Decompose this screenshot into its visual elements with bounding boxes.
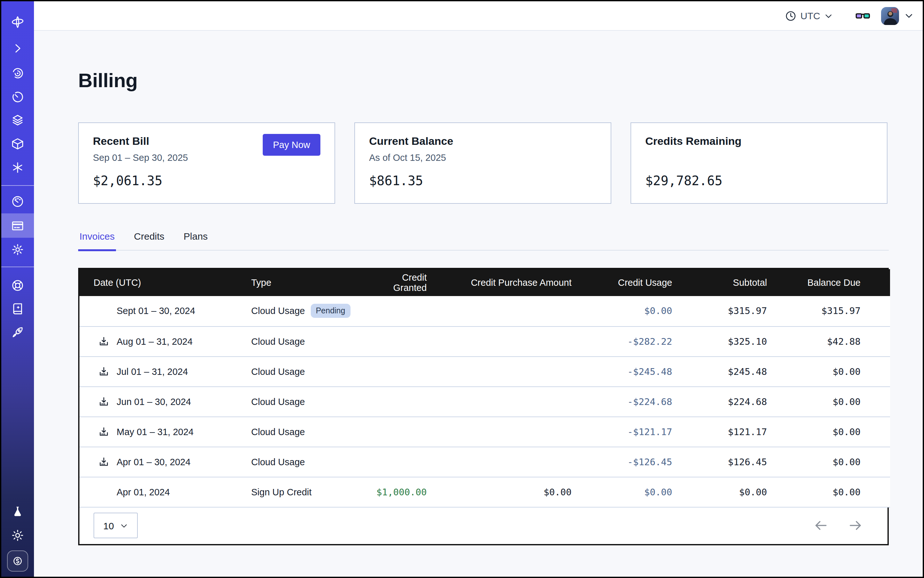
screenshot-root: UTC Billing bbox=[0, 0, 924, 578]
credit-granted-value bbox=[363, 326, 438, 356]
credit-granted-value bbox=[363, 417, 438, 446]
timezone-label: UTC bbox=[801, 10, 820, 21]
sidebar bbox=[1, 1, 34, 577]
dollar-badge-icon[interactable] bbox=[7, 550, 28, 572]
card-title: Credits Remaining bbox=[645, 135, 873, 148]
table-row: Apr 01, 2024Sign Up Credit$1,000.00$0.00… bbox=[80, 477, 890, 507]
subtotal-value: $126.45 bbox=[684, 446, 779, 477]
app-window: UTC Billing bbox=[0, 0, 924, 578]
credit-purchase-value bbox=[438, 386, 583, 417]
table-row: Aug 01 – 31, 2024Cloud Usage-$282.22$325… bbox=[80, 326, 890, 356]
column-header-balance-due: Balance Due bbox=[779, 269, 890, 296]
invoice-type: Sign Up Credit bbox=[251, 487, 312, 497]
credit-purchase-value bbox=[438, 446, 583, 477]
main-content: Billing Recent Bill Sep 01 – Sep 30, 202… bbox=[78, 31, 889, 545]
credit-usage-value: -$245.48 bbox=[583, 356, 684, 386]
credit-granted-value bbox=[363, 356, 438, 386]
download-invoice-icon[interactable] bbox=[98, 336, 110, 347]
download-invoice-icon[interactable] bbox=[98, 456, 110, 468]
credit-purchase-value bbox=[438, 296, 583, 326]
credit-granted-value bbox=[363, 446, 438, 477]
table-header: Date (UTC) Type Credit Granted Credit Pu… bbox=[80, 269, 890, 296]
credit-usage-value: -$121.17 bbox=[583, 417, 684, 446]
pay-now-button[interactable]: Pay Now bbox=[263, 134, 320, 156]
credit-usage-value: -$224.68 bbox=[583, 386, 684, 417]
card-amount: $861.35 bbox=[369, 173, 596, 188]
rocket-icon[interactable] bbox=[1, 320, 34, 344]
column-header-credit-usage: Credit Usage bbox=[583, 269, 684, 296]
chevron-down-icon[interactable] bbox=[904, 11, 914, 21]
balance-due-value: $0.00 bbox=[779, 356, 890, 386]
credits-remaining-card: Credits Remaining $29,782.65 bbox=[630, 122, 887, 204]
balance-due-value: $0.00 bbox=[779, 386, 890, 417]
subtotal-value: $121.17 bbox=[684, 417, 779, 446]
column-header-credit-granted: Credit Granted bbox=[363, 269, 438, 296]
sidebar-divider bbox=[1, 266, 34, 267]
asterisk-icon[interactable] bbox=[1, 155, 34, 179]
download-invoice-icon[interactable] bbox=[98, 396, 110, 407]
chevron-down-icon bbox=[120, 521, 128, 529]
page-title: Billing bbox=[78, 69, 889, 92]
layers-icon[interactable] bbox=[1, 108, 34, 132]
credit-purchase-value bbox=[438, 356, 583, 386]
recent-bill-card: Recent Bill Sep 01 – Sep 30, 2025 $2,061… bbox=[78, 122, 335, 204]
invoice-type: Cloud Usage bbox=[251, 306, 305, 316]
card-subtitle: As of Oct 15, 2025 bbox=[369, 153, 596, 163]
balance-due-value: $0.00 bbox=[779, 417, 890, 446]
timezone-selector[interactable]: UTC bbox=[785, 10, 833, 21]
invoice-type: Cloud Usage bbox=[251, 366, 305, 377]
subtotal-value: $0.00 bbox=[684, 477, 779, 507]
subtotal-value: $245.48 bbox=[684, 356, 779, 386]
subtotal-value: $224.68 bbox=[684, 386, 779, 417]
credit-granted-value: $1,000.00 bbox=[363, 477, 438, 507]
invoice-type: Cloud Usage bbox=[251, 336, 305, 346]
gear-icon[interactable] bbox=[1, 237, 34, 261]
timer-icon[interactable] bbox=[1, 84, 34, 109]
invoice-date: Aug 01 – 31, 2024 bbox=[117, 336, 193, 346]
page-size-select[interactable]: 10 bbox=[94, 513, 138, 538]
status-badge: Pending bbox=[311, 304, 351, 318]
flask-icon[interactable] bbox=[1, 499, 34, 524]
cube-icon[interactable] bbox=[1, 132, 34, 156]
sidebar-item-billing[interactable] bbox=[1, 213, 34, 238]
invoice-type: Cloud Usage bbox=[251, 427, 305, 437]
download-invoice-icon[interactable] bbox=[98, 426, 110, 437]
credit-purchase-value bbox=[438, 326, 583, 356]
orbit-logo-icon[interactable] bbox=[1, 10, 34, 34]
credit-usage-value: $0.00 bbox=[583, 477, 684, 507]
topbar: UTC bbox=[34, 1, 923, 31]
card-amount: $2,061.35 bbox=[93, 173, 320, 188]
glasses-icon[interactable] bbox=[855, 8, 871, 24]
gauge-icon[interactable] bbox=[1, 189, 34, 213]
invoice-date: Apr 01, 2024 bbox=[117, 487, 170, 497]
table-row: Jul 01 – 31, 2024Cloud Usage-$245.48$245… bbox=[80, 356, 890, 386]
pagination-bar: 10 bbox=[80, 507, 887, 544]
tab-credits[interactable]: Credits bbox=[133, 231, 166, 250]
credit-purchase-value: $0.00 bbox=[438, 477, 583, 507]
balance-due-value: $0.00 bbox=[779, 446, 890, 477]
spiral-icon[interactable] bbox=[1, 61, 34, 85]
invoice-date: Sept 01 – 30, 2024 bbox=[117, 306, 195, 316]
next-page-button[interactable] bbox=[848, 518, 863, 533]
column-header-type: Type bbox=[240, 269, 363, 296]
table-row: Jun 01 – 30, 2024Cloud Usage-$224.68$224… bbox=[80, 386, 890, 417]
column-header-date: Date (UTC) bbox=[80, 269, 240, 296]
tab-plans[interactable]: Plans bbox=[182, 231, 209, 250]
helm-icon[interactable] bbox=[1, 273, 34, 297]
summary-cards: Recent Bill Sep 01 – Sep 30, 2025 $2,061… bbox=[78, 122, 889, 204]
book-sparkle-icon[interactable] bbox=[1, 296, 34, 320]
sun-icon[interactable] bbox=[1, 523, 34, 547]
balance-due-value: $315.97 bbox=[779, 296, 890, 326]
credit-usage-value: -$126.45 bbox=[583, 446, 684, 477]
previous-page-button[interactable] bbox=[813, 518, 828, 533]
avatar[interactable] bbox=[881, 7, 899, 25]
invoice-date: Jul 01 – 31, 2024 bbox=[117, 366, 188, 377]
chevron-right-icon[interactable] bbox=[1, 36, 34, 60]
download-invoice-icon[interactable] bbox=[98, 365, 110, 377]
invoice-type: Cloud Usage bbox=[251, 456, 305, 467]
table-row: May 01 – 31, 2024Cloud Usage-$121.17$121… bbox=[80, 417, 890, 446]
credit-usage-value: -$282.22 bbox=[583, 326, 684, 356]
invoice-date: Apr 01 – 30, 2024 bbox=[117, 456, 191, 467]
tab-invoices[interactable]: Invoices bbox=[78, 231, 116, 250]
page-size-value: 10 bbox=[103, 520, 114, 531]
